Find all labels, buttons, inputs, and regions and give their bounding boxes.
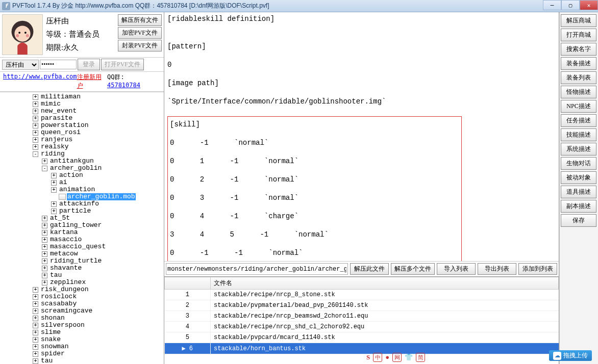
expand-icon[interactable]: + [33, 137, 38, 143]
minimize-button[interactable]: ─ [543, 0, 561, 10]
tree-label[interactable]: riding [40, 150, 65, 158]
tree-folder[interactable]: +tau [2, 272, 164, 279]
tree-folder[interactable]: +spider [2, 350, 164, 357]
expand-icon[interactable]: + [42, 159, 47, 164]
tree-label[interactable]: at_5t [49, 215, 70, 222]
right-btn-3[interactable]: 装备描述 [561, 57, 596, 70]
right-btn-11[interactable]: 被动对象 [561, 171, 596, 184]
expand-icon[interactable]: - [42, 166, 47, 171]
tree-folder[interactable]: +masaccio [2, 236, 164, 243]
tree-label[interactable]: animation [59, 186, 95, 193]
tree-label[interactable]: riding_turtle [49, 257, 102, 265]
tree-folder[interactable]: +new_event [2, 108, 164, 115]
right-btn-7[interactable]: 任务描述 [561, 114, 596, 127]
expand-icon[interactable]: + [42, 237, 47, 243]
tree-label[interactable]: tau [49, 272, 62, 279]
tree-label[interactable]: tau [40, 357, 53, 364]
unpack-multi-button[interactable]: 解压多个文件 [391, 263, 435, 275]
tree-folder[interactable]: +risk_dungeon [2, 286, 164, 293]
tree-folder[interactable]: +kartana [2, 229, 164, 236]
pack-pvf-button[interactable]: 封装PVF文件 [118, 40, 162, 51]
tree-label[interactable]: archer_goblin.mob [67, 193, 136, 200]
tree-label[interactable]: masaccio_quest [49, 243, 106, 250]
add-to-list-button[interactable]: 添加到列表 [518, 263, 557, 275]
tree-folder[interactable]: +antitankgun [2, 158, 164, 165]
unpack-this-file-button[interactable]: 解压此文件 [350, 263, 389, 275]
expand-icon[interactable]: + [33, 308, 38, 314]
tree-folder[interactable]: +particle [2, 207, 164, 215]
right-btn-5[interactable]: 怪物描述 [561, 86, 596, 98]
tree-folder[interactable]: +realsky [2, 143, 164, 150]
table-row[interactable]: 1stackable/recipe/nrcp_8_stone.stk [165, 290, 559, 300]
expand-icon[interactable]: + [42, 273, 47, 278]
tree-folder[interactable]: +gatling_tower [2, 222, 164, 229]
open-pvf-button[interactable]: 打开PVF文件 [101, 59, 144, 70]
col-num[interactable] [165, 277, 211, 290]
right-btn-4[interactable]: 装备列表 [561, 71, 596, 84]
right-btn-2[interactable]: 搜索名字 [561, 43, 596, 56]
expand-icon[interactable]: + [33, 344, 38, 350]
right-btn-9[interactable]: 系统描述 [561, 143, 596, 155]
right-btn-0[interactable]: 解压商城 [561, 14, 596, 27]
expand-icon[interactable]: + [42, 280, 47, 285]
tree-folder[interactable]: +militiaman [2, 93, 164, 100]
tree-folder[interactable]: +riding_turtle [2, 257, 164, 265]
expand-icon[interactable]: + [42, 266, 47, 271]
tree-folder[interactable]: +shavante [2, 265, 164, 272]
tree-folder[interactable]: +shonan [2, 315, 164, 322]
expand-icon[interactable]: + [33, 337, 38, 343]
expand-icon[interactable]: + [33, 109, 38, 114]
expand-icon[interactable]: + [42, 216, 47, 221]
tree-folder[interactable]: +screamingcave [2, 307, 164, 315]
tree-label[interactable]: kartana [49, 229, 79, 236]
tree-label[interactable]: snake [40, 336, 61, 343]
tree-label[interactable]: ai [59, 179, 68, 186]
table-row[interactable]: ▶ 6stackable/horn_bantus.stk [165, 343, 559, 354]
tree-label[interactable]: militiaman [40, 93, 81, 100]
tree-label[interactable]: archer_goblin [49, 165, 102, 172]
table-row[interactable]: 5stackable/pvpcard/mcard_11140.stk [165, 332, 559, 343]
expand-icon[interactable]: + [42, 230, 47, 236]
expand-icon[interactable]: + [33, 101, 38, 107]
tree-folder[interactable]: +action [2, 172, 164, 179]
tree-label[interactable]: snowman [40, 343, 69, 350]
tree-label[interactable]: zepplinex [49, 279, 86, 286]
close-button[interactable]: ✕ [580, 0, 598, 10]
tree-folder[interactable]: +queen_rosi [2, 129, 164, 136]
tree-label[interactable]: queen_rosi [40, 129, 81, 136]
expand-icon[interactable]: + [33, 116, 38, 121]
site-link[interactable]: http://www.pvfba.com [3, 73, 77, 90]
import-list-button[interactable]: 导入列表 [437, 263, 476, 275]
register-link[interactable]: 注册新用户 [77, 73, 107, 90]
file-tree[interactable]: +militiaman+mimic+new_event+parasite+pow… [0, 92, 164, 364]
login-button[interactable]: 登录 [78, 59, 100, 70]
expand-icon[interactable]: + [51, 187, 57, 193]
tree-folder[interactable]: +animation [2, 186, 164, 193]
export-list-button[interactable]: 导出列表 [478, 263, 516, 275]
ime-zh[interactable]: 中 [373, 353, 382, 362]
expand-icon[interactable]: + [33, 130, 38, 136]
tree-label[interactable]: gatling_tower [49, 222, 102, 229]
tree-folder[interactable]: +snowman [2, 343, 164, 350]
tree-label[interactable]: slime [40, 329, 61, 336]
tree-label[interactable]: rosiclock [40, 293, 77, 300]
encrypt-pvf-button[interactable]: 加密PVF文件 [118, 27, 162, 39]
tree-label[interactable]: new_event [40, 108, 77, 115]
tree-label[interactable]: ranjerus [40, 136, 73, 143]
tree-folder[interactable]: -riding [2, 150, 164, 158]
expand-icon[interactable]: + [33, 301, 38, 307]
expand-icon[interactable]: + [33, 358, 38, 364]
expand-icon[interactable]: + [33, 323, 38, 328]
tree-label[interactable]: shonan [40, 315, 65, 322]
username-select[interactable]: 压杆由 [2, 60, 39, 70]
col-filename[interactable]: 文件名 [211, 277, 559, 290]
table-row[interactable]: 2stackable/pvpmaterial/bead_pvp_2601140.… [165, 300, 559, 311]
tree-label[interactable]: spider [40, 350, 65, 357]
tree-file[interactable]: archer_goblin.mob [2, 193, 164, 200]
tree-label[interactable]: metacow [49, 250, 79, 257]
expand-icon[interactable]: + [33, 144, 38, 150]
right-btn-12[interactable]: 道具描述 [561, 186, 596, 198]
tree-label[interactable]: action [59, 172, 84, 179]
tree-folder[interactable]: +parasite [2, 115, 164, 122]
tree-folder[interactable]: +masaccio_quest [2, 243, 164, 250]
